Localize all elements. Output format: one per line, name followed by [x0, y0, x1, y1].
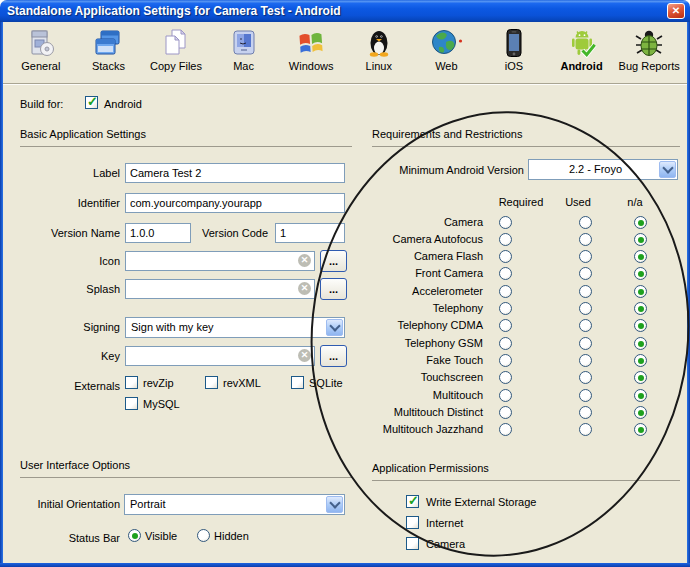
req-accelerometer-n-a-radio[interactable] — [634, 285, 647, 298]
toolbar-item-bug-reports[interactable]: Bug Reports — [615, 25, 683, 72]
req-multitouch-used-radio[interactable] — [579, 389, 592, 402]
clear-icon[interactable]: ✕ — [298, 254, 311, 267]
min-android-version-dropdown[interactable]: 2.2 - Froyo — [528, 159, 678, 180]
req-camera-required-radio[interactable] — [499, 216, 512, 229]
close-icon[interactable]: ✕ — [667, 3, 685, 19]
section-divider — [20, 146, 352, 147]
build-for-option-label: Android — [104, 98, 142, 110]
min-android-version-label: Minimum Android Version — [372, 164, 524, 176]
permission-internet-checkbox[interactable] — [406, 516, 419, 529]
toolbar-item-label: Bug Reports — [619, 60, 680, 72]
status-bar-option-label: Hidden — [214, 530, 249, 542]
req-camera-used-radio[interactable] — [579, 216, 592, 229]
req-telephony-gsm-used-radio[interactable] — [579, 337, 592, 350]
toolbar-item-mac[interactable]: Mac — [210, 25, 278, 72]
toolbar-item-general[interactable]: General — [7, 25, 75, 72]
req-telephony-gsm-n-a-radio[interactable] — [634, 337, 647, 350]
req-telephony-cdma-used-radio[interactable] — [579, 319, 592, 332]
external-sqlite-checkbox[interactable] — [291, 376, 304, 389]
permission-camera-checkbox[interactable] — [406, 537, 419, 550]
identifier-input[interactable] — [125, 193, 345, 213]
status-bar-option-label: Visible — [145, 530, 177, 542]
req-accelerometer-used-radio[interactable] — [579, 285, 592, 298]
req-touchscreen-used-radio[interactable] — [579, 371, 592, 384]
req-fake-touch-used-radio[interactable] — [579, 354, 592, 367]
req-multitouch-jazzhand-required-radio[interactable] — [499, 423, 512, 436]
req-camera-autofocus-used-radio[interactable] — [579, 233, 592, 246]
req-telephony-cdma-n-a-radio[interactable] — [634, 319, 647, 332]
window-border-left — [0, 22, 3, 567]
status-bar-label: Status Bar — [20, 532, 120, 544]
toolbar-item-windows[interactable]: Windows — [277, 25, 345, 72]
build-for-android-checkbox[interactable] — [85, 96, 98, 109]
chevron-down-icon[interactable] — [326, 496, 343, 513]
req-row-label: Touchscreen — [330, 371, 483, 383]
toolbar-item-label: Mac — [233, 60, 254, 72]
req-accelerometer-required-radio[interactable] — [499, 285, 512, 298]
req-front-camera-required-radio[interactable] — [499, 267, 512, 280]
req-telephony-n-a-radio[interactable] — [634, 302, 647, 315]
req-front-camera-used-radio[interactable] — [579, 267, 592, 280]
external-revxml-checkbox[interactable] — [205, 376, 218, 389]
build-for-label: Build for: — [20, 98, 63, 110]
req-camera-autofocus-required-radio[interactable] — [499, 233, 512, 246]
icon-field-label: Icon — [20, 255, 120, 267]
req-multitouch-distinct-n-a-radio[interactable] — [634, 406, 647, 419]
req-row-label: Multitouch Distinct — [330, 406, 483, 418]
req-row-label: Camera Flash — [330, 250, 483, 262]
toolbar-item-ios[interactable]: iOS — [480, 25, 548, 72]
req-camera-flash-used-radio[interactable] — [579, 250, 592, 263]
req-multitouch-distinct-used-radio[interactable] — [579, 406, 592, 419]
status-bar-visible-radio[interactable] — [128, 529, 141, 542]
permission-write-external-storage-checkbox[interactable] — [406, 495, 419, 508]
section-divider — [372, 480, 680, 481]
key-input[interactable] — [125, 346, 315, 366]
toolbar-item-stacks[interactable]: Stacks — [75, 25, 143, 72]
bug-reports-icon — [632, 27, 666, 59]
clear-icon[interactable]: ✕ — [298, 282, 311, 295]
externals-label: Externals — [20, 380, 120, 392]
req-camera-autofocus-n-a-radio[interactable] — [634, 233, 647, 246]
req-row-label: Telephony GSM — [330, 337, 483, 349]
splash-field-label: Splash — [20, 283, 120, 295]
icon-input[interactable] — [125, 251, 315, 271]
req-row-label: Multitouch Jazzhand — [330, 423, 483, 435]
req-fake-touch-n-a-radio[interactable] — [634, 354, 647, 367]
toolbar-item-android[interactable]: Android — [548, 25, 616, 72]
titlebar[interactable]: Standalone Application Settings for Came… — [0, 0, 690, 22]
initial-orientation-value: Portrait — [130, 498, 324, 510]
req-telephony-cdma-required-radio[interactable] — [499, 319, 512, 332]
req-telephony-required-radio[interactable] — [499, 302, 512, 315]
req-camera-flash-required-radio[interactable] — [499, 250, 512, 263]
external-revzip-checkbox[interactable] — [125, 376, 138, 389]
initial-orientation-dropdown[interactable]: Portrait — [124, 494, 345, 515]
req-touchscreen-n-a-radio[interactable] — [634, 371, 647, 384]
splash-input[interactable] — [125, 279, 315, 299]
signing-dropdown[interactable]: Sign with my key — [125, 317, 345, 338]
req-fake-touch-required-radio[interactable] — [499, 354, 512, 367]
chevron-down-icon[interactable] — [659, 161, 676, 178]
clear-icon[interactable]: ✕ — [298, 349, 311, 362]
toolbar-item-copy-files[interactable]: Copy Files — [142, 25, 210, 72]
req-camera-flash-n-a-radio[interactable] — [634, 250, 647, 263]
req-multitouch-jazzhand-n-a-radio[interactable] — [634, 423, 647, 436]
req-row-label: Camera — [330, 216, 483, 228]
req-telephony-used-radio[interactable] — [579, 302, 592, 315]
req-camera-n-a-radio[interactable] — [634, 216, 647, 229]
ios-icon — [497, 27, 531, 59]
req-multitouch-required-radio[interactable] — [499, 389, 512, 402]
req-touchscreen-required-radio[interactable] — [499, 371, 512, 384]
status-bar-hidden-radio[interactable] — [197, 529, 210, 542]
toolbar-item-web[interactable]: Web — [413, 25, 481, 72]
req-multitouch-jazzhand-used-radio[interactable] — [579, 423, 592, 436]
section-divider — [372, 146, 680, 147]
req-telephony-gsm-required-radio[interactable] — [499, 337, 512, 350]
req-multitouch-n-a-radio[interactable] — [634, 389, 647, 402]
toolbar-item-linux[interactable]: Linux — [345, 25, 413, 72]
req-front-camera-n-a-radio[interactable] — [634, 267, 647, 280]
req-multitouch-distinct-required-radio[interactable] — [499, 406, 512, 419]
req-row-label: Telephony CDMA — [330, 319, 483, 331]
external-mysql-checkbox[interactable] — [125, 397, 138, 410]
version-name-label: Version Name — [20, 227, 120, 239]
label-input[interactable] — [125, 163, 345, 183]
